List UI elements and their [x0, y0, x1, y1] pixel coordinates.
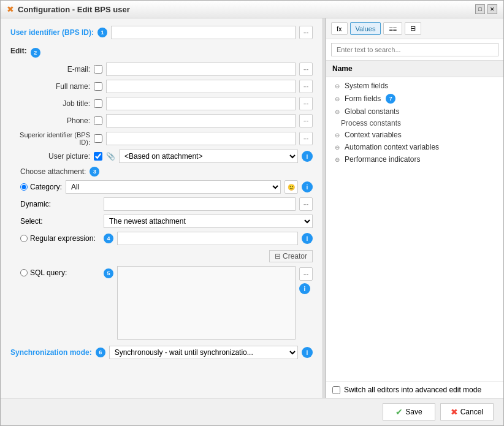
category-radio[interactable]	[20, 183, 28, 191]
close-button[interactable]: ✕	[487, 4, 497, 14]
tree-item-process-constants[interactable]: Process constants	[326, 118, 503, 129]
jobtitle-ellipsis-button[interactable]: ···	[299, 97, 313, 110]
search-input[interactable]	[331, 43, 498, 56]
dynamic-input[interactable]	[104, 197, 296, 211]
sql-section: SQL query: 5 ··· i	[20, 266, 313, 340]
jobtitle-input[interactable]	[106, 97, 296, 110]
regex-info-button[interactable]: i	[302, 233, 313, 244]
fullname-input[interactable]	[106, 80, 296, 93]
sql-info-button[interactable]: i	[299, 283, 310, 294]
userpicture-select[interactable]: <Based on attachment>	[119, 150, 298, 163]
grid-button[interactable]: ≡≡	[383, 22, 402, 35]
fullname-ellipsis-button[interactable]: ···	[299, 80, 313, 93]
sync-info-button[interactable]: i	[302, 347, 313, 358]
tree-content: ⊖ System fields ⊖ Form fields 7 ⊖ Global…	[326, 77, 503, 381]
advanced-mode-checkbox[interactable]	[332, 386, 340, 394]
user-id-input[interactable]	[111, 26, 296, 39]
tree-item-form-fields[interactable]: ⊖ Form fields 7	[326, 92, 503, 105]
tree-label: Form fields	[345, 94, 381, 103]
right-panel: fx Values ≡≡ ⊟ Name ⊖ System fields	[326, 18, 503, 398]
sync-select[interactable]: Synchronously - wait until synchronizati…	[109, 346, 298, 359]
main-window: ✖ Configuration - Edit BPS user □ ✕ User…	[0, 0, 504, 426]
superior-row: Superior identifier (BPS ID): ···	[10, 131, 313, 146]
save-button[interactable]: ✔ Save	[383, 403, 435, 420]
category-select[interactable]: All	[66, 180, 281, 194]
phone-row: Phone: ···	[10, 114, 313, 127]
values-button[interactable]: Values	[350, 22, 381, 35]
sql-radio[interactable]	[20, 269, 28, 276]
regex-radio[interactable]	[20, 235, 28, 242]
tree-label: Global constants	[345, 107, 399, 116]
sql-ellipsis-button[interactable]: ···	[299, 267, 313, 281]
tree-item-performance-indicators[interactable]: ⊖ Performance indicators	[326, 153, 503, 165]
superior-input[interactable]	[106, 132, 296, 145]
tree-label: Process constants	[341, 119, 401, 127]
phone-ellipsis-button[interactable]: ···	[299, 114, 313, 127]
user-id-row: User identifier (BPS ID): 1 ···	[10, 26, 313, 39]
userpicture-info-button[interactable]: i	[302, 151, 313, 162]
user-id-ellipsis-button[interactable]: ···	[299, 26, 313, 39]
expand-icon: ⊖	[335, 108, 342, 115]
expand-icon: ⊖	[335, 96, 342, 102]
tree-item-system-fields[interactable]: ⊖ System fields	[326, 80, 503, 92]
dynamic-ellipsis-button[interactable]: ···	[299, 197, 313, 211]
expand-icon: ⊖	[335, 83, 342, 89]
window-icon: ✖	[7, 4, 14, 14]
minimize-button[interactable]: □	[475, 4, 485, 14]
userpicture-row: User picture: 📎 <Based on attachment> i	[10, 150, 313, 163]
switch-row: Switch all editors into advanced edit mo…	[326, 381, 503, 398]
category-row: Category: All 🙂 i	[20, 180, 313, 194]
regex-row: Regular expression: 4 i	[20, 232, 313, 245]
regex-radio-label[interactable]: Regular expression:	[20, 234, 100, 243]
tree-label: Context variables	[345, 131, 402, 139]
save-check-icon: ✔	[395, 407, 403, 417]
tree-label: Automation context variables	[345, 143, 439, 151]
regex-input[interactable]	[117, 232, 298, 245]
superior-checkbox[interactable]	[94, 134, 102, 143]
category-emoji-button[interactable]: 🙂	[284, 180, 298, 194]
cancel-button[interactable]: ✖ Cancel	[440, 403, 494, 420]
cancel-x-icon: ✖	[451, 407, 458, 417]
badge-6: 6	[96, 348, 105, 357]
search-container	[326, 39, 503, 61]
userpicture-checkbox[interactable]	[94, 152, 102, 161]
email-ellipsis-button[interactable]: ···	[299, 63, 313, 76]
email-row: E-mail: ···	[10, 63, 313, 76]
jobtitle-row: Job title: ···	[10, 97, 313, 110]
select-dropdown[interactable]: The newest attachment The oldest attachm…	[104, 215, 313, 228]
table-button[interactable]: ⊟	[405, 22, 421, 35]
superior-ellipsis-button[interactable]: ···	[299, 132, 313, 145]
creator-bar: ⊟ Creator	[20, 249, 313, 264]
dynamic-row: Dynamic: ···	[20, 197, 313, 211]
tree-item-context-variables[interactable]: ⊖ Context variables	[326, 129, 503, 141]
badge-4: 4	[104, 234, 113, 243]
email-input[interactable]	[106, 63, 296, 76]
sql-radio-label[interactable]: SQL query:	[20, 268, 100, 277]
badge-1: 1	[97, 28, 107, 37]
category-info-button[interactable]: i	[302, 181, 313, 192]
attachment-section: Choose attachment: 3 Category: All 🙂 i	[20, 167, 313, 340]
footer: ✔ Save ✖ Cancel	[1, 398, 503, 425]
phone-checkbox[interactable]	[94, 116, 102, 125]
badge-3: 3	[90, 167, 99, 177]
right-toolbar: fx Values ≡≡ ⊟	[326, 18, 503, 39]
tree-header: Name	[326, 61, 503, 77]
main-content: User identifier (BPS ID): 1 ··· Edit: 2 …	[1, 18, 503, 398]
tree-item-automation-context[interactable]: ⊖ Automation context variables	[326, 141, 503, 153]
tree-item-global-constants[interactable]: ⊖ Global constants	[326, 105, 503, 118]
badge-2: 2	[31, 48, 40, 58]
fullname-checkbox[interactable]	[94, 82, 102, 91]
sql-buttons: ··· i	[299, 267, 313, 294]
creator-label: Creator	[283, 252, 307, 261]
fx-button[interactable]: fx	[331, 22, 348, 35]
phone-label: Phone:	[10, 116, 90, 125]
category-radio-label[interactable]: Category:	[20, 183, 62, 191]
email-checkbox[interactable]	[94, 65, 102, 74]
sql-textarea[interactable]	[117, 266, 296, 340]
creator-button[interactable]: ⊟ Creator	[269, 250, 313, 262]
sql-label: SQL query:	[30, 268, 67, 277]
tree-label: Performance indicators	[345, 155, 420, 164]
paperclip-icon: 📎	[106, 152, 115, 161]
phone-input[interactable]	[106, 114, 296, 127]
jobtitle-checkbox[interactable]	[94, 99, 102, 108]
